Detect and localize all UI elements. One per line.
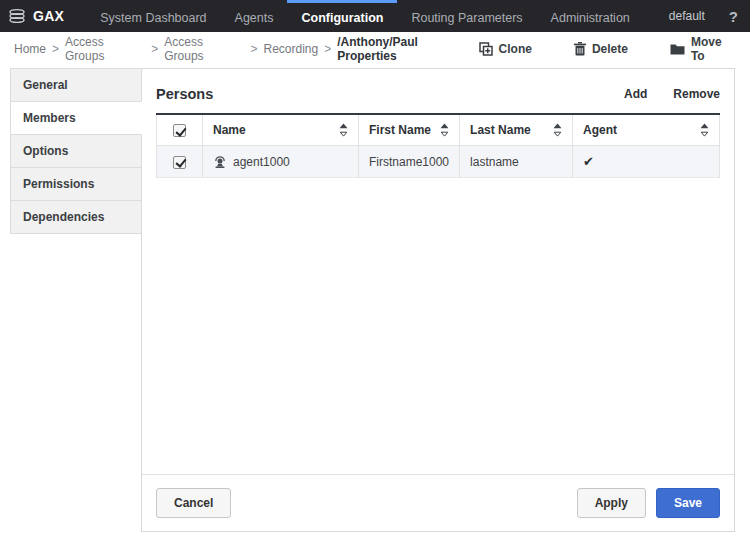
- content-area: General Members Options Permissions Depe…: [0, 66, 750, 532]
- move-to-label: Move To: [691, 35, 735, 63]
- column-header-last-name[interactable]: Last Name: [460, 114, 573, 146]
- breadcrumb-separator: >: [324, 42, 331, 56]
- breadcrumb-separator: >: [52, 42, 59, 56]
- cancel-button[interactable]: Cancel: [156, 488, 231, 518]
- sort-icon: [553, 123, 562, 137]
- nav-item-system-dashboard[interactable]: System Dashboard: [86, 0, 220, 32]
- breadcrumb-recording[interactable]: Recording: [264, 42, 319, 56]
- app-title: GAX: [33, 8, 64, 24]
- row-first-name-cell: Firstname1000: [359, 146, 460, 178]
- column-label-last-name: Last Name: [470, 123, 531, 137]
- nav-item-configuration[interactable]: Configuration: [287, 0, 397, 32]
- breadcrumb-home[interactable]: Home: [14, 42, 46, 56]
- sort-icon: [440, 123, 449, 137]
- save-button[interactable]: Save: [656, 488, 720, 518]
- row-agent-cell: ✔: [573, 146, 720, 178]
- panel-footer: Cancel Apply Save: [142, 474, 734, 531]
- tab-dependencies[interactable]: Dependencies: [10, 200, 142, 234]
- table-row[interactable]: agent1000 Firstname1000 lastname ✔: [157, 146, 720, 178]
- delete-label: Delete: [592, 42, 628, 56]
- remove-person-link[interactable]: Remove: [673, 87, 720, 101]
- move-to-button[interactable]: Move To: [670, 35, 735, 63]
- tab-permissions[interactable]: Permissions: [10, 167, 142, 201]
- row-last-name-cell: lastname: [460, 146, 573, 178]
- object-toolbar: Clone Delete Move To: [479, 35, 735, 63]
- panel-header: Persons Add Remove: [142, 69, 734, 113]
- column-label-agent: Agent: [583, 123, 617, 137]
- persons-table: Name First Name: [156, 113, 720, 178]
- top-navigation-bar: GAX System Dashboard Agents Configuratio…: [0, 0, 750, 32]
- add-person-link[interactable]: Add: [624, 87, 647, 101]
- breadcrumb-access-groups-2[interactable]: Access Groups: [164, 35, 244, 63]
- help-icon[interactable]: ?: [729, 8, 738, 25]
- apply-button[interactable]: Apply: [577, 488, 646, 518]
- person-name: agent1000: [233, 155, 290, 169]
- tab-options[interactable]: Options: [10, 134, 142, 168]
- nav-item-administration[interactable]: Administration: [537, 0, 644, 32]
- gax-logo-icon: [8, 7, 26, 25]
- column-label-first-name: First Name: [369, 123, 431, 137]
- column-header-first-name[interactable]: First Name: [359, 114, 460, 146]
- delete-button[interactable]: Delete: [574, 35, 628, 63]
- column-header-agent[interactable]: Agent: [573, 114, 720, 146]
- agent-check-icon: ✔: [583, 154, 594, 169]
- row-name-cell: agent1000: [203, 146, 359, 178]
- breadcrumb-separator: >: [250, 42, 257, 56]
- breadcrumb-current-page: /Anthony/Paul Properties: [337, 35, 478, 63]
- app-brand: GAX: [8, 0, 64, 32]
- nav-item-agents[interactable]: Agents: [221, 0, 288, 32]
- select-all-header: [157, 114, 203, 146]
- breadcrumb-toolbar-row: Home > Access Groups > Access Groups > R…: [0, 32, 750, 66]
- members-panel: Persons Add Remove Name: [141, 68, 735, 532]
- clone-button[interactable]: Clone: [479, 35, 532, 63]
- clone-label: Clone: [499, 42, 532, 56]
- tab-general[interactable]: General: [10, 68, 142, 102]
- column-header-name[interactable]: Name: [203, 114, 359, 146]
- panel-title: Persons: [156, 86, 213, 102]
- breadcrumb-separator: >: [151, 42, 158, 56]
- table-header-row: Name First Name: [157, 114, 720, 146]
- folder-icon: [670, 43, 685, 56]
- row-select-cell: [157, 146, 203, 178]
- tenant-selector[interactable]: default: [669, 9, 705, 23]
- row-checkbox[interactable]: [173, 156, 186, 169]
- select-all-checkbox[interactable]: [173, 124, 186, 137]
- clone-icon: [479, 42, 493, 56]
- breadcrumb-access-groups[interactable]: Access Groups: [65, 35, 145, 63]
- tab-members[interactable]: Members: [10, 101, 142, 135]
- agent-person-icon: [213, 155, 227, 169]
- trash-icon: [574, 42, 586, 56]
- sort-icon: [700, 123, 709, 137]
- property-tabs: General Members Options Permissions Depe…: [10, 68, 142, 234]
- column-label-name: Name: [213, 123, 246, 137]
- sort-icon: [339, 123, 348, 137]
- nav-item-routing-parameters[interactable]: Routing Parameters: [397, 0, 536, 32]
